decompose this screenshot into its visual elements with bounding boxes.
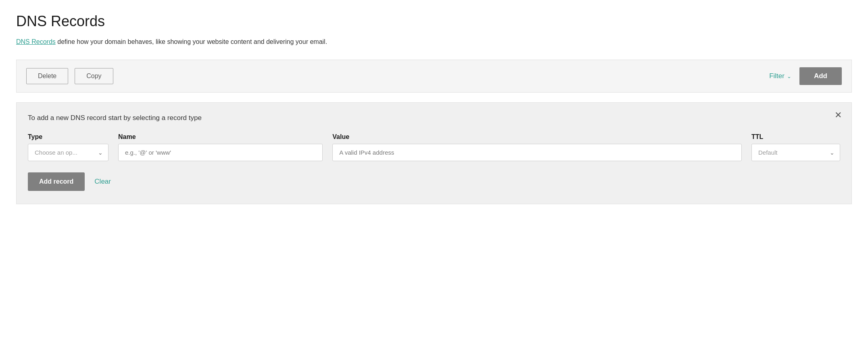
type-label: Type	[28, 133, 108, 141]
toolbar-left: Delete Copy	[26, 68, 113, 84]
name-label: Name	[118, 133, 323, 141]
toolbar-right: Filter ⌄ Add	[769, 67, 842, 85]
description-text: define how your domain behaves, like sho…	[56, 38, 327, 45]
ttl-field-group: TTL Default 5 minutes 1 hour 1 day ⌄	[751, 133, 840, 161]
value-field-group: Value	[332, 133, 742, 161]
delete-button[interactable]: Delete	[26, 68, 68, 84]
name-field-group: Name	[118, 133, 323, 161]
copy-button[interactable]: Copy	[75, 68, 113, 84]
type-select[interactable]: Choose an op... A AAAA CNAME MX TXT NS S…	[28, 144, 108, 161]
value-input[interactable]	[332, 144, 742, 161]
page-title: DNS Records	[16, 13, 852, 30]
form-message: To add a new DNS record start by selecti…	[28, 114, 840, 122]
close-button[interactable]: ✕	[835, 111, 842, 120]
form-actions: Add record Clear	[28, 172, 840, 191]
form-fields: Type Choose an op... A AAAA CNAME MX TXT…	[28, 133, 840, 161]
ttl-label: TTL	[751, 133, 840, 141]
clear-button[interactable]: Clear	[94, 178, 111, 186]
add-record-form-panel: To add a new DNS record start by selecti…	[16, 102, 852, 204]
filter-label: Filter	[769, 72, 785, 80]
value-label: Value	[332, 133, 742, 141]
filter-button[interactable]: Filter ⌄	[769, 72, 791, 80]
name-input[interactable]	[118, 144, 323, 161]
toolbar: Delete Copy Filter ⌄ Add	[16, 60, 852, 93]
add-button[interactable]: Add	[799, 67, 842, 85]
type-select-wrapper: Choose an op... A AAAA CNAME MX TXT NS S…	[28, 144, 108, 161]
add-record-button[interactable]: Add record	[28, 172, 85, 191]
dns-records-link[interactable]: DNS Records	[16, 38, 56, 45]
ttl-select-wrapper: Default 5 minutes 1 hour 1 day ⌄	[751, 144, 840, 161]
page-description: DNS Records define how your domain behav…	[16, 37, 852, 47]
type-field-group: Type Choose an op... A AAAA CNAME MX TXT…	[28, 133, 108, 161]
chevron-down-icon: ⌄	[787, 73, 791, 79]
ttl-select[interactable]: Default 5 minutes 1 hour 1 day	[751, 144, 840, 161]
